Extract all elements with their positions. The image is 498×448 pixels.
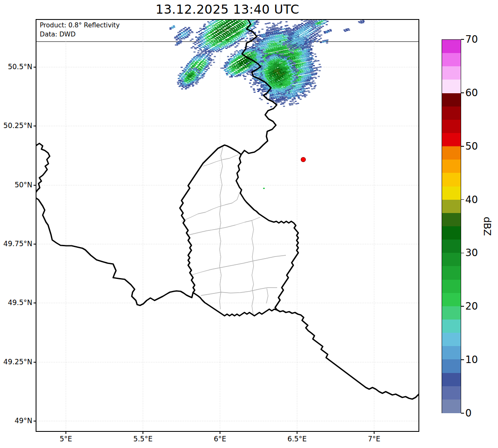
colorbar-segment bbox=[442, 40, 461, 53]
x-axis-tick-label: 5°E bbox=[47, 435, 85, 443]
y-axis-tick-label: 49.5°N bbox=[0, 298, 32, 308]
x-axis-tick-label: 5.5°E bbox=[124, 435, 162, 443]
x-axis-tick-mark bbox=[220, 432, 220, 434]
colorbar-tick-mark bbox=[461, 92, 464, 93]
y-axis-tick-mark bbox=[34, 303, 36, 303]
colorbar-tick-mark bbox=[461, 359, 464, 360]
x-axis-tick-mark bbox=[374, 432, 375, 434]
x-axis-tick-label: 6°E bbox=[201, 435, 239, 443]
colorbar-segment bbox=[442, 93, 461, 107]
colorbar-segment bbox=[442, 359, 461, 373]
single-echo-pixel bbox=[263, 188, 265, 189]
map-plot: Product: 0.8° Reflectivity Data: DWD bbox=[36, 19, 419, 432]
colorbar-gradient bbox=[442, 40, 461, 413]
colorbar bbox=[442, 39, 461, 413]
colorbar-segment bbox=[442, 53, 461, 67]
y-axis-tick-label: 50°N bbox=[0, 181, 32, 190]
y-axis-tick-mark bbox=[34, 362, 36, 363]
y-axis-tick-mark bbox=[34, 244, 36, 245]
colorbar-unit-label: dBZ bbox=[482, 212, 493, 241]
colorbar-segment bbox=[442, 306, 461, 320]
colorbar-tick-label: 30 bbox=[465, 247, 488, 259]
y-axis-tick-mark bbox=[34, 126, 36, 126]
x-axis-tick-mark bbox=[65, 432, 66, 434]
radar-map bbox=[36, 19, 419, 432]
colorbar-segment bbox=[442, 146, 461, 160]
x-axis-tick-mark bbox=[297, 432, 297, 434]
colorbar-tick-label: 40 bbox=[465, 194, 488, 206]
colorbar-segment bbox=[442, 320, 461, 333]
colorbar-segment bbox=[442, 120, 461, 133]
colorbar-segment bbox=[442, 373, 461, 387]
y-axis-tick-label: 50.25°N bbox=[0, 121, 32, 131]
colorbar-segment bbox=[442, 253, 461, 266]
colorbar-segment bbox=[442, 173, 461, 186]
colorbar-tick-label: 0 bbox=[465, 407, 488, 419]
colorbar-segment bbox=[442, 280, 461, 293]
colorbar-segment bbox=[442, 346, 461, 360]
colorbar-segment bbox=[442, 226, 461, 240]
colorbar-segment bbox=[442, 333, 461, 346]
page-title: 13.12.2025 13:40 UTC bbox=[36, 2, 419, 17]
country-borders bbox=[36, 19, 419, 399]
colorbar-segment bbox=[442, 213, 461, 227]
x-axis-tick-label: 7°E bbox=[355, 435, 393, 443]
y-axis-tick-label: 49.75°N bbox=[0, 240, 32, 249]
x-axis-tick-label: 6.5°E bbox=[278, 435, 316, 443]
border-france bbox=[36, 198, 193, 305]
colorbar-segment bbox=[442, 240, 461, 253]
y-axis-tick-mark bbox=[34, 67, 36, 68]
radar-figure: { "title": "13.12.2025 13:40 UTC", "info… bbox=[0, 0, 498, 448]
colorbar-segment bbox=[442, 386, 461, 400]
y-axis-tick-label: 49.25°N bbox=[0, 358, 32, 367]
y-axis-tick-mark bbox=[34, 421, 36, 421]
y-axis-tick-label: 50.5°N bbox=[0, 63, 32, 72]
x-axis-tick-mark bbox=[143, 432, 143, 434]
colorbar-segment bbox=[442, 80, 461, 93]
colorbar-segment bbox=[442, 186, 461, 200]
gridlines bbox=[36, 19, 419, 432]
colorbar-tick-label: 60 bbox=[465, 87, 488, 99]
colorbar-tick-mark bbox=[461, 146, 464, 147]
colorbar-tick-mark bbox=[461, 253, 464, 254]
plot-border bbox=[36, 19, 419, 431]
colorbar-tick-mark bbox=[461, 39, 464, 40]
colorbar-segment bbox=[442, 107, 461, 120]
station-marker bbox=[301, 157, 306, 162]
colorbar-tick-label: 20 bbox=[465, 300, 488, 312]
border-france-germany bbox=[277, 310, 419, 399]
colorbar-segment bbox=[442, 160, 461, 173]
colorbar-segment bbox=[442, 133, 461, 147]
colorbar-tick-label: 70 bbox=[465, 33, 488, 46]
colorbar-tick-label: 10 bbox=[465, 354, 488, 366]
colorbar-tick-label: 50 bbox=[465, 140, 488, 153]
colorbar-segment bbox=[442, 400, 461, 413]
y-axis-tick-label: 49°N bbox=[0, 417, 32, 426]
colorbar-segment bbox=[442, 293, 461, 307]
y-axis-tick-mark bbox=[34, 185, 36, 186]
colorbar-segment bbox=[442, 266, 461, 280]
radar-echoes bbox=[169, 19, 366, 189]
colorbar-tick-mark bbox=[461, 306, 464, 307]
colorbar-segment bbox=[442, 66, 461, 80]
colorbar-tick-mark bbox=[461, 413, 464, 414]
colorbar-tick-mark bbox=[461, 199, 464, 200]
colorbar-segment bbox=[442, 200, 461, 213]
border-luxembourg bbox=[180, 145, 298, 316]
